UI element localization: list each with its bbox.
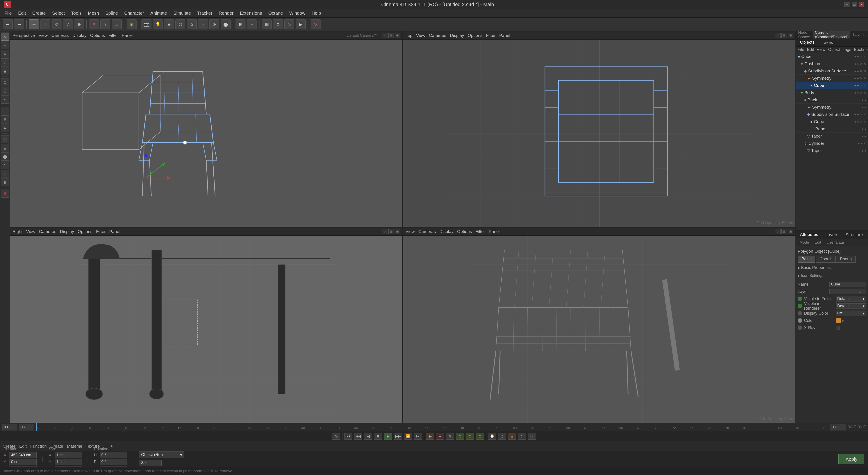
tool-camera2[interactable]: ⬤ [1, 152, 9, 160]
sub-tab-phong[interactable]: Phong [836, 256, 856, 263]
obj-subdiv-2[interactable]: ◆ Subdivision Surface ● ● ✕ ✕ [796, 111, 868, 118]
viewport-perspective-canvas[interactable]: Grid Spacing: 500 cm [10, 39, 402, 227]
ghost-btn[interactable]: ◌ [528, 433, 536, 440]
tool-cube[interactable]: ⬛ [1, 135, 9, 143]
stop-btn[interactable]: ⏹ [374, 433, 382, 440]
motion-clip-btn[interactable]: ⌬ [498, 433, 506, 440]
play-forward-btn[interactable]: ▶▶ [394, 433, 402, 440]
vp-tr-menu-panel[interactable]: Panel [499, 33, 510, 38]
timeline-btn[interactable]: ⌚ [488, 433, 496, 440]
transform-button[interactable]: ⊕ [74, 20, 84, 29]
menu-character[interactable]: Character [122, 10, 147, 17]
vp-tr-menu-view[interactable]: View [416, 33, 426, 38]
camera-btn[interactable]: 📷 [142, 20, 151, 29]
viewport-perspective[interactable]: Perspective View Cameras Display Options… [10, 31, 403, 227]
keyframe-all-btn[interactable]: ⊕ [446, 433, 454, 440]
vp-br-menu-panel[interactable]: Panel [489, 229, 500, 234]
menu-simulate[interactable]: Simulate [170, 10, 194, 17]
redo-button[interactable]: ↪ [14, 20, 24, 29]
vp-tl-split[interactable]: ⊞ [395, 33, 400, 38]
menu-file[interactable]: File [2, 10, 14, 17]
obj-tab-file[interactable]: File [798, 47, 804, 52]
vp-bl-menu-display[interactable]: Display [60, 229, 74, 234]
vp-br-menu-display[interactable]: Display [439, 229, 454, 234]
axis-x-button[interactable]: X [89, 20, 99, 29]
timeline-current-frame[interactable]: 0 F [2, 424, 17, 431]
move-tool-button[interactable]: ✛ [29, 20, 39, 29]
keyframe-rot-btn[interactable]: ⊙ [466, 433, 474, 440]
size-y-input[interactable]: 1 cm [55, 459, 82, 465]
vp-tl-menu-view[interactable]: View [38, 33, 48, 38]
tool-model[interactable]: □ [1, 107, 9, 115]
vp-bl-menu-view[interactable]: View [26, 229, 35, 234]
obj-cube-1-vis-ed[interactable]: ● [854, 55, 856, 58]
vp-bl-menu-cameras[interactable]: Cameras [39, 229, 56, 234]
obj-tab-object[interactable]: Object [828, 47, 840, 52]
tab-attributes[interactable]: Attributes [798, 231, 820, 238]
attr-vis-rn-dropdown[interactable]: Default ▾ [836, 303, 866, 309]
attr-icon-settings[interactable]: Icon Settings [798, 272, 866, 279]
new-object-button[interactable]: + [40, 20, 50, 29]
tab-layers[interactable]: Layers [824, 231, 840, 238]
tool-live[interactable]: ◉ [1, 67, 9, 75]
vp-tr-fullscreen[interactable]: ⤢ [775, 33, 780, 38]
undo-button[interactable]: ↩ [3, 20, 13, 29]
vp-bl-menu-filter[interactable]: Filter [96, 229, 105, 234]
vp-br-fullscreen[interactable]: ⤢ [775, 229, 780, 234]
obj-cube-1-lock[interactable]: ✕ [864, 55, 866, 58]
vp-br-menu-options[interactable]: Options [457, 229, 472, 234]
menu-help[interactable]: Help [309, 10, 324, 17]
attr-color-swatch[interactable] [836, 318, 841, 323]
sub-tab-coord[interactable]: Coord. [816, 256, 836, 263]
vp-tr-menu-filter[interactable]: Filter [486, 33, 495, 38]
light-btn[interactable]: 💡 [153, 20, 163, 29]
keyframe-scl-btn[interactable]: ⊙ [476, 433, 484, 440]
menu-render[interactable]: Render [216, 10, 237, 17]
tool-point-select[interactable]: • [1, 95, 9, 103]
full-render-btn[interactable]: ▶ [296, 20, 306, 29]
tab-structure[interactable]: Structure [844, 231, 865, 238]
keyframe-pos-btn[interactable]: ⊙ [456, 433, 464, 440]
play-btn[interactable]: ▶ [384, 433, 392, 440]
tool-light[interactable]: ◎ [1, 144, 9, 152]
obj-mode-dropdown[interactable]: Object (Rel) ▾ [139, 451, 184, 458]
tool-spline2[interactable]: ∿ [1, 161, 9, 169]
go-to-start-btn[interactable]: ⏮ [344, 433, 352, 440]
attr-layer-expand[interactable]: ⊞ [859, 290, 862, 293]
vp-br-menu-filter[interactable]: Filter [475, 229, 485, 234]
menu-animate[interactable]: Animate [148, 10, 169, 17]
rot-p-input[interactable]: 0 ° [100, 459, 127, 465]
material-btn[interactable]: ◈ [164, 20, 174, 29]
obj-sym-2[interactable]: ▲ Symmetry ● ● [796, 103, 868, 111]
vp-tr-split[interactable]: ⊞ [788, 33, 793, 38]
s-icon-btn[interactable]: S [311, 20, 320, 29]
poly-btn[interactable]: ⬡ [176, 20, 185, 29]
play-back-btn[interactable]: ◀ [364, 433, 372, 440]
vp-tl-menu-display[interactable]: Display [72, 33, 86, 38]
obj-tab-view[interactable]: View [817, 47, 826, 52]
obj-taper-1[interactable]: ▽ Taper ● ● [796, 132, 868, 140]
pos-x-input[interactable]: 462.549 cm [9, 452, 37, 458]
vp-tr-menu-display[interactable]: Display [450, 33, 464, 38]
view-mode-btn[interactable]: ▦ [262, 20, 272, 29]
tool-scale[interactable]: ⤢ [1, 58, 9, 66]
timeline-end-frame[interactable]: 0 F [830, 424, 846, 431]
vp-tl-menu-filter[interactable]: Filter [108, 33, 118, 38]
vp-bl-fullscreen[interactable]: ⤢ [382, 229, 388, 234]
vp-tr-menu-options[interactable]: Options [468, 33, 483, 38]
obj-cushion[interactable]: ● Cushion ● ● ✕ ✕ [796, 60, 868, 67]
menu-tracker[interactable]: Tracker [195, 10, 215, 17]
vp-tl-fullscreen[interactable]: ⤢ [382, 33, 388, 38]
obj-taper-2[interactable]: ▽ Taper ● ● [796, 147, 868, 154]
render-button[interactable]: ◉ [127, 20, 136, 29]
vp-tl-menu-options[interactable]: Options [90, 33, 105, 38]
attr-vis-ed-dropdown[interactable]: Default ▾ [836, 296, 866, 301]
menu-spline[interactable]: Spline [103, 10, 121, 17]
tool-move[interactable]: ✛ [1, 41, 9, 49]
keyframe-record-btn[interactable]: ⊙ [332, 433, 340, 440]
vp-tr-menu-cameras[interactable]: Cameras [429, 33, 446, 38]
obj-symmetry-1[interactable]: ▲ Symmetry ● ● ✕ ✕ [796, 75, 868, 82]
tool-edge-select[interactable]: ⌻ [1, 87, 9, 95]
animation-rec-btn[interactable]: ● [436, 433, 444, 440]
obj-tab-edit[interactable]: Edit [807, 47, 814, 52]
